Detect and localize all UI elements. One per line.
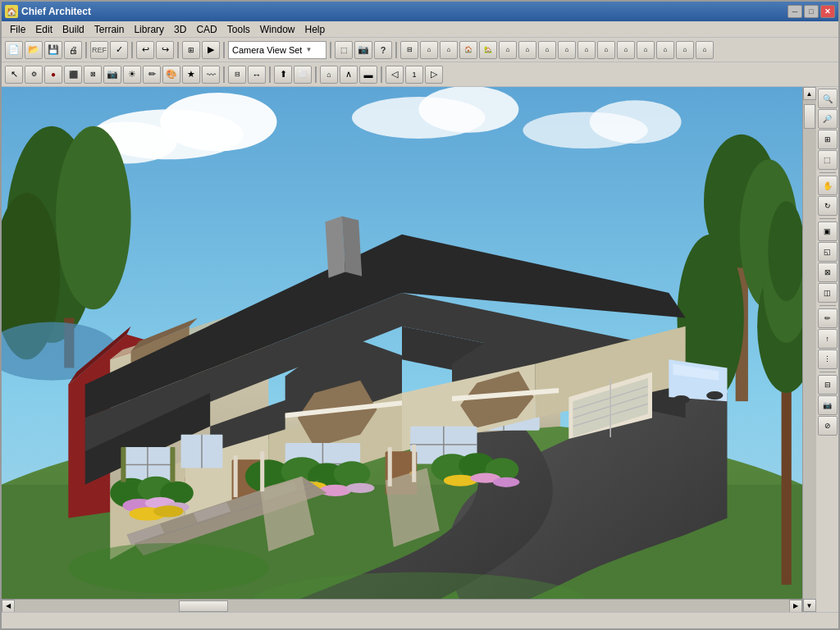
- house-btn7[interactable]: ⌂: [538, 41, 556, 59]
- render1-btn[interactable]: ▣: [818, 221, 838, 241]
- menu-build[interactable]: Build: [57, 22, 89, 37]
- fill-tool[interactable]: ▬: [359, 66, 377, 84]
- circle-tool[interactable]: ●: [44, 66, 62, 84]
- close-button[interactable]: ✕: [820, 5, 835, 18]
- undo-button[interactable]: ↩: [136, 41, 154, 59]
- ref-button[interactable]: REF: [90, 41, 108, 59]
- plant-tool[interactable]: ★: [182, 66, 200, 84]
- wireframe-icon: ⊠: [824, 268, 831, 276]
- house-btn15[interactable]: ⌂: [696, 41, 714, 59]
- menu-help[interactable]: Help: [299, 22, 330, 37]
- zoom-fit-btn[interactable]: ⊞: [818, 130, 838, 149]
- zoom-region-btn[interactable]: ⬚: [818, 150, 838, 170]
- sun-tool[interactable]: ☀: [123, 66, 141, 84]
- wave-tool[interactable]: 〰: [202, 66, 220, 84]
- menu-tools[interactable]: Tools: [222, 22, 255, 37]
- render2-btn[interactable]: ◱: [818, 242, 838, 262]
- select-tool[interactable]: ↖: [5, 66, 23, 84]
- menu-library[interactable]: Library: [129, 22, 169, 37]
- svg-point-93: [493, 477, 520, 487]
- floor-btn[interactable]: ⊟: [400, 41, 418, 59]
- next-btn[interactable]: ▷: [425, 66, 443, 84]
- house-btn14[interactable]: ⌂: [676, 41, 694, 59]
- house-btn2[interactable]: ⌂: [440, 41, 458, 59]
- house-btn6[interactable]: ⌂: [518, 41, 536, 59]
- snap-button[interactable]: ⊞: [182, 41, 200, 59]
- print-button[interactable]: 🖨: [64, 41, 82, 59]
- v-scroll-track[interactable]: [803, 100, 816, 599]
- redo-button[interactable]: ↪: [156, 41, 174, 59]
- zoom-region-icon: ⬚: [824, 156, 831, 164]
- title-bar: 🏠 Chief Architect ─ □ ✕: [2, 2, 838, 21]
- move-up-btn[interactable]: ↑: [818, 329, 838, 349]
- menu-window[interactable]: Window: [255, 22, 300, 37]
- surface-btn[interactable]: ◫: [818, 283, 838, 303]
- tb-cam1[interactable]: ⬚: [335, 41, 353, 59]
- h-scroll-right-btn[interactable]: ▶: [789, 600, 802, 613]
- house-btn4[interactable]: 🏡: [479, 41, 497, 59]
- viewport[interactable]: [2, 87, 802, 599]
- sb-sep-4: [819, 372, 836, 372]
- house-btn13[interactable]: ⌂: [656, 41, 674, 59]
- roof-tool[interactable]: ⌂: [320, 66, 338, 84]
- house-btn12[interactable]: ⌂: [637, 41, 655, 59]
- box3d-tool[interactable]: ⬜: [294, 66, 312, 84]
- house-btn3[interactable]: 🏠: [459, 41, 477, 59]
- house-btn8[interactable]: ⌂: [558, 41, 576, 59]
- check-button[interactable]: ✓: [110, 41, 128, 59]
- zoom-out-btn[interactable]: 🔎: [818, 109, 838, 129]
- svg-point-5: [418, 87, 518, 133]
- wall-tool[interactable]: ⊠: [84, 66, 102, 84]
- maximize-button[interactable]: □: [804, 5, 819, 18]
- edit-btn[interactable]: ✏: [818, 308, 838, 328]
- block-tool[interactable]: ⬛: [64, 66, 82, 84]
- app-icon: 🏠: [5, 5, 18, 18]
- camera-tool[interactable]: 📷: [103, 66, 121, 84]
- zoom-out-icon: 🔎: [823, 115, 832, 123]
- v-scroll-thumb[interactable]: [804, 104, 815, 129]
- snap2-button[interactable]: ▶: [202, 41, 220, 59]
- section-btn[interactable]: ⊘: [818, 416, 838, 436]
- menu-file[interactable]: File: [5, 22, 30, 37]
- fence-tool[interactable]: ⊟: [228, 66, 246, 84]
- tb-cam2[interactable]: 📷: [354, 41, 372, 59]
- pencil-tool[interactable]: ✏: [143, 66, 161, 84]
- h-scroll-thumb[interactable]: [179, 600, 228, 612]
- separator-3: [177, 42, 179, 58]
- house-btn1[interactable]: ⌂: [420, 41, 438, 59]
- zoom-in-btn[interactable]: 🔍: [818, 89, 838, 108]
- stairs-tool[interactable]: ⬆: [274, 66, 292, 84]
- tb-help[interactable]: ?: [374, 41, 392, 59]
- menu-terrain[interactable]: Terrain: [89, 22, 130, 37]
- v-scrollbar: ▲ ▼: [802, 87, 815, 612]
- grid-view-btn[interactable]: ⊟: [818, 375, 838, 395]
- orbit-btn[interactable]: ↻: [818, 196, 838, 216]
- menu-edit[interactable]: Edit: [30, 22, 57, 37]
- adjust-tool[interactable]: ⚙: [25, 66, 43, 84]
- wireframe-btn[interactable]: ⊠: [818, 262, 838, 282]
- menu-3d[interactable]: 3D: [169, 22, 191, 37]
- open-button[interactable]: 📂: [25, 41, 43, 59]
- menu-cad[interactable]: CAD: [191, 22, 221, 37]
- prev-btn[interactable]: ◁: [386, 66, 404, 84]
- minimize-button[interactable]: ─: [788, 5, 802, 18]
- house-btn10[interactable]: ⌂: [597, 41, 615, 59]
- house-btn11[interactable]: ⌂: [617, 41, 635, 59]
- pan-btn[interactable]: ✋: [818, 176, 838, 195]
- paint-tool[interactable]: 🎨: [162, 66, 180, 84]
- canvas-area: ◀ ▶: [2, 87, 802, 612]
- new-button[interactable]: 📄: [5, 41, 23, 59]
- v-scroll-down-btn[interactable]: ▼: [803, 599, 816, 612]
- v-scroll-up-btn[interactable]: ▲: [803, 87, 816, 100]
- arrow-h-tool[interactable]: ↔: [248, 66, 266, 84]
- h-scroll-track[interactable]: [15, 600, 789, 613]
- view-dropdown[interactable]: Camera View Set ▼: [228, 41, 326, 59]
- house-btn5[interactable]: ⌂: [499, 41, 517, 59]
- h-scroll-left-btn[interactable]: ◀: [2, 600, 15, 613]
- save-button[interactable]: 💾: [44, 41, 62, 59]
- slope-tool[interactable]: ∧: [340, 66, 358, 84]
- camera-view-btn[interactable]: 📷: [818, 395, 838, 415]
- mesh-btn[interactable]: ⋮: [818, 349, 838, 369]
- separator-4: [223, 42, 225, 58]
- house-btn9[interactable]: ⌂: [578, 41, 596, 59]
